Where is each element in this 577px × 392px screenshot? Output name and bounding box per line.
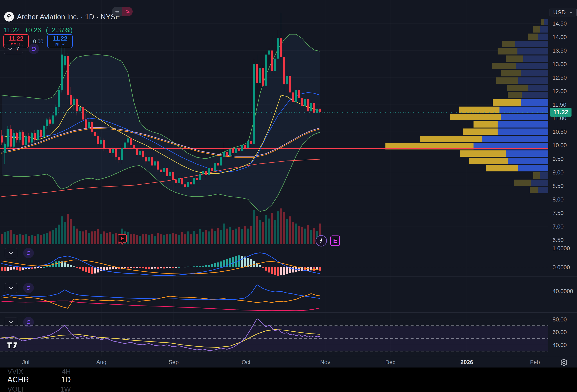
svg-text:12.50: 12.50: [552, 74, 567, 81]
candle-body: [61, 54, 63, 90]
candle-body: [241, 145, 243, 151]
symbol-row-voli[interactable]: VOLI1W: [7, 385, 71, 392]
chevron-down-icon: [569, 10, 573, 15]
symbol-row-vvix[interactable]: VVIX4H: [7, 367, 71, 376]
stoch-pane-collapse[interactable]: [5, 317, 17, 327]
chevron-down-icon: [8, 250, 14, 256]
candle-body: [157, 161, 159, 169]
svg-text:14.00: 14.00: [552, 34, 567, 40]
candle-body: [136, 149, 138, 155]
candle-body: [190, 182, 192, 184]
svg-text:Dec: Dec: [385, 359, 395, 365]
svg-text:40.0000: 40.0000: [552, 288, 573, 294]
svg-text:Aug: Aug: [96, 359, 107, 365]
candle-body: [67, 56, 69, 95]
dmi-pane-collapse[interactable]: [5, 283, 17, 293]
candle-body: [73, 99, 75, 105]
last-price: 11.22: [4, 26, 20, 34]
svg-text:Feb: Feb: [530, 359, 540, 365]
svg-text:13.00: 13.00: [552, 61, 567, 67]
candle-body: [277, 38, 279, 59]
candle-body: [286, 76, 288, 84]
svg-text:E: E: [121, 236, 124, 241]
candle-body: [280, 38, 282, 57]
chart-style-toggle[interactable]: [112, 7, 133, 16]
time-axis[interactable]: JulAugSepOctNovDec2026Feb: [22, 359, 540, 365]
svg-text:8.00: 8.00: [552, 196, 564, 203]
chevron-down-icon: [8, 46, 13, 52]
earnings-badge[interactable]: E: [118, 234, 127, 245]
macd-pane-collapse[interactable]: [5, 248, 17, 258]
candle-body: [130, 138, 132, 145]
candle-body: [220, 157, 222, 165]
candle-body: [37, 130, 39, 140]
currency-dropdown[interactable]: USD: [549, 8, 577, 17]
candle-body: [208, 168, 210, 175]
svg-text:10.50: 10.50: [552, 129, 567, 135]
candle-body: [229, 149, 231, 156]
candle-body: [43, 126, 45, 137]
candle-body: [106, 148, 108, 149]
stoch-pane-refresh-icon[interactable]: [23, 317, 34, 327]
bottom-toolbar: VVIX4HACHR1DVOLI1W: [0, 367, 577, 392]
dmi-pane-refresh-icon[interactable]: [23, 283, 34, 293]
candle-body: [289, 76, 291, 93]
candle-body: [97, 136, 99, 144]
symbol-timeframe: 4H: [62, 367, 71, 376]
svg-text:8.50: 8.50: [552, 183, 564, 189]
tradingview-logo[interactable]: [6, 341, 19, 351]
candle-body: [235, 148, 237, 153]
candle-body: [292, 93, 294, 102]
collapse-indicators-button[interactable]: 7: [4, 44, 23, 54]
symbol-row-achr[interactable]: ACHR1D: [7, 375, 71, 384]
symbol-title[interactable]: Archer Aviation Inc. · 1D · NYSE: [17, 13, 120, 21]
candle-body: [94, 132, 96, 136]
earnings-upcoming-badge[interactable]: E: [330, 236, 340, 246]
svg-text:7.00: 7.00: [552, 223, 564, 230]
candle-body: [205, 171, 207, 175]
price-readout: 11.22 +0.26 (+2.37%): [4, 26, 73, 34]
chart-canvas[interactable]: 14.5014.0013.5013.0012.5012.0011.5011.00…: [0, 0, 577, 367]
candle-body: [223, 152, 225, 157]
candle-body: [58, 90, 60, 107]
buy-button[interactable]: 11.22 BUY: [47, 34, 73, 48]
minus-icon[interactable]: [112, 7, 122, 16]
candle-body: [70, 95, 72, 105]
lightning-event-icon[interactable]: [316, 235, 327, 247]
candle-body: [55, 107, 57, 115]
candle-body: [6, 129, 9, 146]
candle-body: [109, 149, 111, 153]
wave-icon[interactable]: [122, 7, 133, 16]
chevron-down-icon: [8, 320, 14, 325]
candle-body: [10, 129, 12, 146]
macd-pane-refresh-icon[interactable]: [23, 248, 34, 258]
candle-body: [115, 149, 117, 157]
candle-body: [124, 143, 126, 148]
price-axis[interactable]: 14.5014.0013.5013.0012.5012.0011.5011.00…: [550, 21, 573, 348]
svg-text:Jul: Jul: [22, 359, 30, 365]
candle-body: [184, 184, 186, 187]
chart-area: 14.5014.0013.5013.0012.5012.0011.5011.00…: [0, 0, 577, 367]
candle-body: [22, 132, 24, 145]
candle-body: [214, 163, 216, 171]
candle-body: [178, 178, 180, 183]
svg-text:2026: 2026: [460, 359, 473, 365]
refresh-icon[interactable]: [29, 43, 39, 54]
svg-text:Sep: Sep: [169, 359, 179, 365]
symbol-logo: [4, 12, 14, 22]
candle-body: [238, 148, 240, 151]
candle-body: [34, 133, 36, 140]
gear-icon[interactable]: [559, 358, 569, 368]
svg-text:13.50: 13.50: [552, 47, 567, 54]
svg-text:Oct: Oct: [242, 359, 251, 365]
candle-body: [49, 120, 51, 124]
candle-body: [166, 168, 168, 176]
macd-pane: [0, 253, 548, 276]
candle-body: [100, 140, 102, 144]
candle-body: [118, 157, 120, 160]
candle-body: [199, 174, 201, 180]
candle-body: [259, 68, 261, 83]
svg-text:1.0000: 1.0000: [552, 245, 570, 251]
candle-body: [268, 50, 270, 54]
candle-body: [211, 168, 213, 171]
